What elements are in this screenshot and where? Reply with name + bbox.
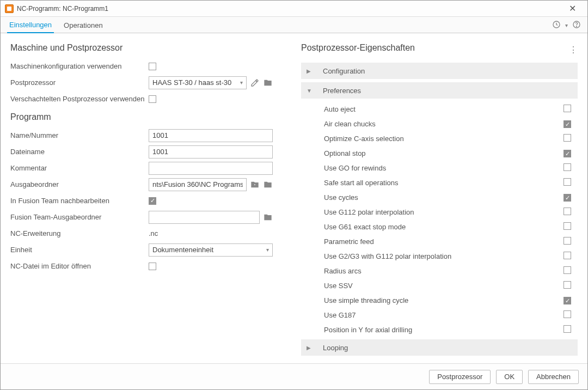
unit-value: Dokumenteneinheit: [152, 246, 213, 254]
machine-config-checkbox[interactable]: [149, 63, 156, 70]
pref-checkbox[interactable]: [564, 208, 571, 215]
pref-checkbox[interactable]: [564, 325, 571, 333]
folder-icon[interactable]: [263, 212, 273, 222]
titlebar: NC-Programm: NC-Programm1 ✕: [1, 1, 587, 17]
tab-operations[interactable]: Operationen: [62, 18, 105, 33]
preferences-list: Auto ejectAir clean chucksOptimize C-axi…: [301, 102, 578, 337]
chevron-down-icon: ▾: [266, 247, 269, 253]
more-options-icon[interactable]: ⋮: [565, 45, 582, 55]
close-button[interactable]: ✕: [561, 1, 583, 17]
pref-checkbox[interactable]: [564, 281, 571, 289]
tab-settings[interactable]: Einstellungen: [7, 17, 54, 33]
folder-icon[interactable]: [263, 78, 273, 88]
pref-checkbox[interactable]: [564, 297, 571, 304]
pref-checkbox[interactable]: [564, 237, 571, 245]
pref-label: Optimize C-axis selection: [324, 135, 564, 143]
pref-label: Use G61 exact stop mode: [324, 223, 564, 231]
pref-checkbox[interactable]: [564, 266, 571, 274]
pref-row: Use cycles: [301, 190, 578, 205]
teamfolder-input[interactable]: [149, 211, 260, 224]
group-looping[interactable]: ▶ Looping: [301, 339, 578, 356]
app-icon: [5, 4, 14, 13]
name-label: Name/Nummer: [10, 131, 149, 139]
pref-row: Use G61 exact stop mode: [301, 220, 578, 234]
edit-icon[interactable]: [250, 78, 260, 88]
pref-checkbox[interactable]: [564, 120, 571, 128]
pref-label: Use G2/G3 with G112 polar interpolation: [324, 252, 564, 260]
postprocessor-button[interactable]: Postprozessor: [429, 370, 491, 384]
pref-label: Use SSV: [324, 282, 564, 290]
dialog-body: Maschine und Postprozessor Maschinenkonf…: [1, 33, 587, 363]
ok-button[interactable]: OK: [496, 370, 523, 384]
pref-checkbox[interactable]: [564, 134, 571, 142]
machine-config-label: Maschinenkonfiguration verwenden: [10, 62, 149, 70]
pref-row: Safe start all operations: [301, 175, 578, 190]
chevron-down-icon: ▾: [240, 80, 243, 86]
chevron-down-icon[interactable]: ▾: [565, 22, 568, 28]
group-looping-label: Looping: [323, 344, 348, 352]
pref-row: Use simple threading cycle: [301, 293, 578, 308]
pref-row: Use SSV: [301, 278, 578, 293]
pref-checkbox[interactable]: [564, 105, 571, 112]
group-preferences-label: Preferences: [323, 87, 361, 95]
cancel-button[interactable]: Abbrechen: [528, 370, 579, 384]
postedit-label: In Fusion Team nachbearbeiten: [10, 197, 149, 205]
pref-checkbox[interactable]: [564, 252, 571, 259]
properties-scroll[interactable]: ▶ Configuration ▼ Preferences Auto eject…: [301, 63, 582, 356]
pref-row: Air clean chucks: [301, 117, 578, 131]
chevron-down-icon: ▼: [307, 88, 314, 94]
pref-row: Radius arcs: [301, 264, 578, 278]
tabbar-actions: ▾: [552, 20, 581, 33]
name-input[interactable]: [149, 129, 273, 142]
reset-folder-icon[interactable]: [250, 180, 260, 190]
comment-input[interactable]: [149, 162, 273, 175]
folder-icon[interactable]: [263, 180, 273, 190]
pref-checkbox[interactable]: [564, 222, 571, 230]
section-machine-title: Maschine und Postprozessor: [10, 43, 284, 53]
postedit-checkbox[interactable]: [149, 197, 156, 205]
pref-label: Use GO for rewinds: [324, 164, 564, 172]
dialog-window: NC-Programm: NC-Programm1 ✕ Einstellunge…: [0, 0, 588, 390]
tab-bar: Einstellungen Operationen ▾: [1, 17, 587, 33]
pref-label: Use G112 polar interpolation: [324, 208, 564, 216]
pref-checkbox[interactable]: [564, 150, 571, 157]
chevron-right-icon: ▶: [307, 345, 314, 351]
unit-select[interactable]: Dokumenteneinheit ▾: [149, 243, 273, 257]
postprocessor-select[interactable]: HAAS ST-30 / haas st-30 ▾: [149, 76, 247, 89]
pref-checkbox[interactable]: [564, 178, 571, 186]
ext-value: .nc: [149, 229, 158, 237]
nested-pp-label: Verschachtelten Postprozessor verwenden: [10, 95, 149, 103]
comment-label: Kommentar: [10, 164, 149, 172]
outfolder-label: Ausgabeordner: [10, 180, 149, 188]
pref-checkbox[interactable]: [564, 163, 571, 171]
pref-label: Auto eject: [324, 105, 564, 113]
pref-row: Optimize C-axis selection: [301, 131, 578, 146]
pref-row: Use G187: [301, 308, 578, 322]
group-configuration[interactable]: ▶ Configuration: [301, 63, 578, 79]
window-title: NC-Programm: NC-Programm1: [17, 5, 561, 13]
open-editor-checkbox[interactable]: [149, 263, 156, 270]
help-icon[interactable]: [572, 20, 581, 31]
left-pane: Maschine und Postprozessor Maschinenkonf…: [1, 33, 293, 363]
unit-label: Einheit: [10, 246, 149, 254]
filename-label: Dateiname: [10, 148, 149, 156]
pref-label: Safe start all operations: [324, 179, 564, 187]
history-icon[interactable]: [552, 20, 561, 31]
pref-checkbox[interactable]: [564, 194, 571, 202]
pref-row: Parametric feed: [301, 234, 578, 249]
pref-row: Use G2/G3 with G112 polar interpolation: [301, 249, 578, 264]
pref-label: Air clean chucks: [324, 120, 564, 128]
pref-label: Position in Y for axial drilling: [324, 326, 564, 334]
chevron-right-icon: ▶: [307, 68, 314, 74]
pref-checkbox[interactable]: [564, 310, 571, 318]
pref-row: Position in Y for axial drilling: [301, 322, 578, 337]
postprocessor-value: HAAS ST-30 / haas st-30: [152, 78, 231, 87]
outfolder-input[interactable]: [149, 178, 247, 191]
section-program-title: Programm: [10, 112, 284, 122]
nested-pp-checkbox[interactable]: [149, 95, 156, 103]
group-preferences[interactable]: ▼ Preferences: [301, 82, 578, 99]
filename-input[interactable]: [149, 145, 273, 159]
pref-label: Parametric feed: [324, 237, 564, 246]
ext-label: NC-Erweiterung: [10, 229, 149, 237]
postprocessor-label: Postprozessor: [10, 78, 149, 87]
